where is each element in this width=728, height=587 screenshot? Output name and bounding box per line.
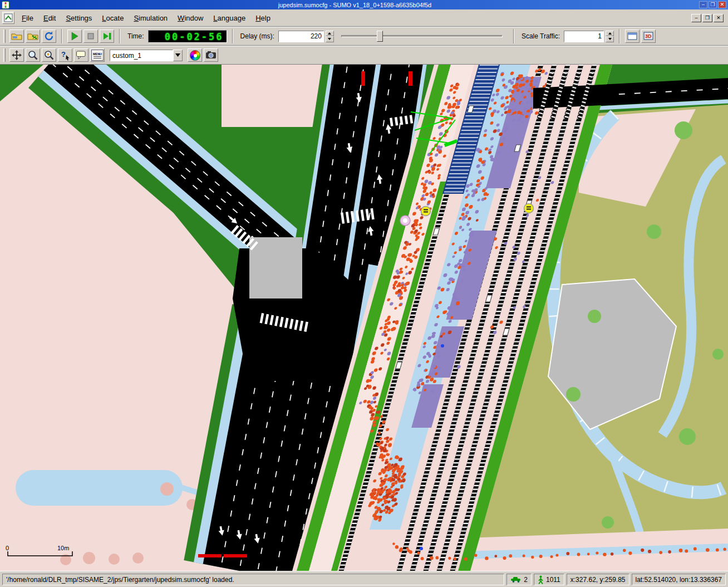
- menu-edit[interactable]: Edit: [38, 11, 61, 25]
- tree: [679, 428, 696, 445]
- title-close-button[interactable]: ✕: [718, 1, 726, 8]
- menu-simulation[interactable]: Simulation: [129, 11, 173, 25]
- toolbar-grip[interactable]: [3, 30, 6, 43]
- pedestrian-dot: [503, 556, 506, 560]
- pond: [16, 470, 183, 506]
- status-bar: '/home/ronald/DLR_tmp/SISAME_2/jps/Tierg…: [0, 571, 728, 587]
- menu-locate[interactable]: Locate: [97, 11, 129, 25]
- person-count-box: 1011: [534, 574, 564, 585]
- tree: [566, 387, 581, 402]
- pedestrian-dot: [641, 549, 644, 552]
- time-label: Time:: [127, 32, 144, 40]
- mdi-window-icon[interactable]: [2, 12, 14, 24]
- reload-button[interactable]: [42, 30, 56, 43]
- pedestrian-dot: [648, 550, 651, 553]
- app-window: jupedsim.sumocfg - SUMO v1_18_0+1598-a66…: [0, 0, 728, 587]
- play-icon: [69, 31, 80, 42]
- pedestrian-dot: [623, 549, 626, 552]
- pedestrian-dot: [628, 551, 632, 555]
- pedestrian-dot: [417, 551, 420, 554]
- pedestrian-dot: [392, 542, 395, 545]
- pedestrian-dot-blue: [441, 344, 444, 348]
- menu-file[interactable]: File: [17, 11, 38, 25]
- window-title: jupedsim.sumocfg - SUMO v1_18_0+1598-a66…: [12, 2, 698, 8]
- mdi-restore-button[interactable]: ❐: [702, 14, 712, 22]
- menu-icon: MENU: [91, 50, 104, 61]
- color-scheme-wheel-button[interactable]: [188, 48, 202, 62]
- spin-up-icon[interactable]: [606, 31, 614, 37]
- toolbar-separator: [232, 29, 233, 43]
- tree: [602, 516, 614, 529]
- scale-spinner[interactable]: [606, 31, 614, 42]
- screenshot-button[interactable]: [204, 48, 218, 62]
- svg-text:?: ?: [61, 50, 66, 58]
- pedestrian-dot: [668, 550, 671, 554]
- new-view-button[interactable]: [625, 30, 640, 43]
- run-button[interactable]: [67, 30, 82, 43]
- new-3d-view-button[interactable]: 3D: [641, 30, 656, 43]
- color-wheel-icon: [190, 50, 200, 61]
- zoom-button[interactable]: [26, 48, 40, 62]
- whats-this-button[interactable]: ?: [58, 48, 72, 62]
- recenter-view-button[interactable]: [9, 48, 24, 62]
- locate-button[interactable]: [42, 48, 56, 62]
- camera-icon: [205, 50, 217, 61]
- spin-down-icon[interactable]: [326, 36, 334, 42]
- pan-icon: [11, 50, 22, 61]
- delay-spinner[interactable]: [326, 31, 334, 42]
- spin-up-icon[interactable]: [326, 31, 334, 37]
- menu-window[interactable]: Window: [173, 11, 208, 25]
- open-network-button[interactable]: [26, 30, 40, 43]
- pedestrian-icon: [538, 575, 544, 584]
- help-cursor-icon: ?: [60, 50, 71, 61]
- combo-dropdown-button[interactable]: [173, 50, 183, 61]
- title-maximize-button[interactable]: ❐: [709, 1, 717, 8]
- pedestrian-dot: [407, 549, 410, 552]
- pedestrian-dot: [523, 555, 525, 557]
- mdi-close-button[interactable]: ✕: [714, 14, 724, 22]
- delay-slider[interactable]: [341, 30, 503, 43]
- toolbar-grip[interactable]: [3, 48, 6, 62]
- mdi-minimize-button[interactable]: –: [691, 14, 701, 22]
- toolbar-separator: [619, 29, 620, 43]
- menu-help[interactable]: Help: [250, 11, 276, 25]
- menu-language[interactable]: Language: [208, 11, 250, 25]
- pedestrian-dot: [454, 557, 456, 560]
- sumo-doc-icon: [4, 13, 13, 22]
- pedestrian-dot: [474, 554, 477, 557]
- menu-settings[interactable]: Settings: [61, 11, 97, 25]
- delay-input[interactable]: 220: [278, 31, 324, 42]
- pedestrian-dot: [550, 555, 553, 558]
- locate-icon: [43, 50, 55, 61]
- spin-down-icon[interactable]: [606, 36, 614, 42]
- cursor-position-box: x:327.62, y:259.85: [567, 574, 629, 585]
- stop-button[interactable]: [83, 30, 98, 43]
- color-scheme-value[interactable]: custom_1: [110, 50, 173, 61]
- tree: [647, 224, 661, 239]
- simulation-canvas[interactable]: 0 10m: [0, 65, 728, 571]
- vehicle-count: 2: [524, 576, 528, 584]
- svg-text:10m: 10m: [57, 545, 69, 551]
- slider-thumb[interactable]: [377, 31, 383, 42]
- svg-text:0: 0: [6, 545, 9, 551]
- pedestrian-dot: [566, 552, 569, 555]
- color-scheme-combo[interactable]: custom_1: [110, 50, 183, 61]
- edit-viewport-menu-button[interactable]: MENU: [90, 48, 105, 62]
- open-folder-icon: [11, 31, 22, 42]
- vehicle-count-box: 2: [506, 574, 532, 585]
- pedestrian-dot: [539, 555, 543, 558]
- tree-pink: [109, 554, 120, 565]
- pedestrian-dot: [706, 548, 710, 552]
- tooltip-toggle-button[interactable]: [74, 48, 88, 62]
- step-button[interactable]: [100, 30, 114, 43]
- view-3d-icon: 3D: [643, 31, 654, 42]
- scale-traffic-input[interactable]: 1: [564, 31, 604, 42]
- status-message-text: '/home/ronald/DLR_tmp/SISAME_2/jps/Tierg…: [6, 576, 234, 584]
- person-count: 1011: [546, 576, 560, 584]
- pedestrian-dot: [509, 554, 512, 557]
- poi-circle: [400, 216, 410, 226]
- open-config-button[interactable]: [9, 30, 24, 43]
- toolbar-separator: [513, 29, 514, 43]
- signal-red: [198, 554, 222, 557]
- title-minimize-button[interactable]: –: [699, 1, 707, 8]
